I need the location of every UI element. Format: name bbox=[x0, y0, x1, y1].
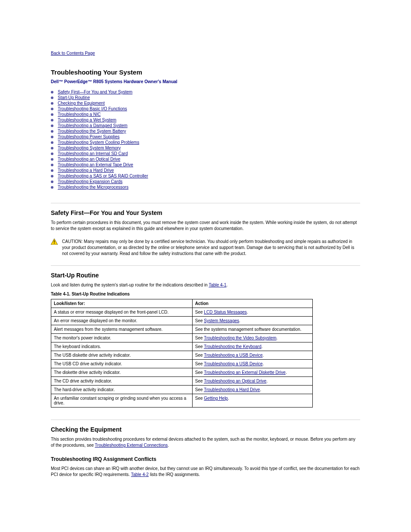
table-action-link[interactable]: Troubleshooting a Hard Drive bbox=[204, 387, 260, 392]
table-cell-look: Alert messages from the systems manageme… bbox=[51, 325, 193, 334]
irq-para: Most PCI devices can share an IRQ with a… bbox=[51, 466, 360, 478]
toc-link[interactable]: Troubleshooting an Internal SD Card bbox=[58, 151, 128, 156]
toc-link[interactable]: Troubleshooting a NIC bbox=[58, 112, 101, 117]
divider bbox=[51, 420, 360, 420]
table-header-action: Action bbox=[192, 299, 312, 308]
irq-para-b: lists the IRQ assignments. bbox=[149, 472, 200, 477]
table-action-link[interactable]: Troubleshooting a USB Device bbox=[204, 353, 262, 358]
table-cell-look: The USB diskette drive activity indicato… bbox=[51, 351, 193, 360]
subsection-irq-title: Troubleshooting IRQ Assignment Conflicts bbox=[51, 456, 360, 462]
toc-item: Troubleshooting an Optical Drive bbox=[51, 156, 360, 162]
startup-para: Look and listen during the system's star… bbox=[51, 282, 360, 288]
table-cell-action: See Troubleshooting an Optical Drive. bbox=[192, 377, 312, 386]
table-cell-action: See System Messages. bbox=[192, 317, 312, 325]
table-action-link[interactable]: Troubleshooting an Optical Drive bbox=[204, 379, 266, 383]
toc-item: Troubleshooting a Damaged System bbox=[51, 123, 360, 128]
divider bbox=[51, 203, 360, 203]
table-action-link[interactable]: Troubleshooting a USB Device bbox=[204, 361, 262, 366]
section-startup-title: Start-Up Routine bbox=[51, 272, 360, 279]
toc-item: Troubleshooting Basic I/O Functions bbox=[51, 106, 360, 112]
toc-link[interactable]: Troubleshooting the Microprocessors bbox=[58, 185, 128, 190]
table-cell-look: The diskette drive activity indicator. bbox=[51, 368, 193, 377]
toc-link[interactable]: Troubleshooting a SAS or SAS RAID Contro… bbox=[58, 174, 148, 178]
back-to-contents: Back to Contents Page bbox=[51, 51, 360, 56]
table-header-look: Look/listen for: bbox=[51, 299, 193, 308]
troubleshooting-external-link[interactable]: Troubleshooting External Connections bbox=[95, 443, 168, 448]
toc-link[interactable]: Troubleshooting Power Supplies bbox=[58, 134, 120, 139]
toc-link[interactable]: Troubleshooting System Memory bbox=[58, 146, 121, 150]
safety-para-1: To perform certain procedures in this do… bbox=[51, 220, 360, 232]
table-4-1-caption-b: Up Routine Indications bbox=[83, 292, 130, 296]
table-of-contents: Safety First—For You and Your SystemStar… bbox=[51, 89, 360, 190]
table-cell-look: The monitor's power indicator. bbox=[51, 334, 193, 342]
section-safety-title: Safety First—For You and Your System bbox=[51, 209, 360, 216]
divider bbox=[51, 265, 360, 266]
toc-link[interactable]: Start-Up Routine bbox=[58, 95, 90, 100]
back-link[interactable]: Back to Contents Page bbox=[51, 51, 95, 56]
caution-icon: ! bbox=[51, 239, 58, 245]
table-cell-look: A status or error message displayed on t… bbox=[51, 308, 193, 317]
startup-para-b: . bbox=[227, 283, 228, 287]
startup-routine-table: Look/listen for: Action A status or erro… bbox=[51, 299, 313, 408]
toc-item: Troubleshooting an Internal SD Card bbox=[51, 151, 360, 156]
toc-link[interactable]: Troubleshooting an Optical Drive bbox=[58, 157, 120, 162]
table-cell-action: See LCD Status Messages. bbox=[192, 308, 312, 317]
svg-text:!: ! bbox=[53, 240, 55, 245]
toc-link[interactable]: Troubleshooting a Hard Drive bbox=[58, 168, 114, 173]
section-checking-title: Checking the Equipment bbox=[51, 426, 360, 433]
table-cell-look: The keyboard indicators. bbox=[51, 342, 193, 351]
table-cell-look: The USB CD drive activity indicator. bbox=[51, 360, 193, 368]
caution-block: ! CAUTION: Many repairs may only be done… bbox=[51, 239, 360, 257]
startup-para-a: Look and listen during the system's star… bbox=[51, 283, 209, 287]
toc-item: Troubleshooting an External Tape Drive bbox=[51, 162, 360, 168]
toc-link[interactable]: Troubleshooting the System Battery bbox=[58, 129, 126, 134]
table-cell-look: An error message displayed on the monito… bbox=[51, 317, 193, 325]
table-cell-action: See Getting Help. bbox=[192, 394, 312, 408]
toc-link[interactable]: Troubleshooting a Wet System bbox=[58, 118, 116, 122]
table-4-1-link[interactable]: Table 4-1 bbox=[209, 283, 226, 287]
table-cell-look: An unfamiliar constant scraping or grind… bbox=[51, 394, 193, 408]
page-title: Troubleshooting Your System bbox=[51, 68, 360, 76]
toc-link[interactable]: Troubleshooting a Damaged System bbox=[58, 123, 128, 128]
toc-item: Troubleshooting the Microprocessors bbox=[51, 184, 360, 190]
caution-text: CAUTION: Many repairs may only be done b… bbox=[62, 239, 360, 257]
table-cell-action: See Troubleshooting the Keyboard. bbox=[192, 342, 312, 351]
table-action-link[interactable]: Getting Help bbox=[204, 396, 228, 401]
toc-item: Checking the Equipment bbox=[51, 100, 360, 106]
manual-subtitle: Dell™ PowerEdge™ R805 Systems Hardware O… bbox=[51, 79, 360, 84]
toc-link[interactable]: Troubleshooting System Cooling Problems bbox=[58, 140, 139, 145]
table-cell-action: See Troubleshooting a USB Device. bbox=[192, 351, 312, 360]
table-action-link[interactable]: Troubleshooting an External Diskette Dri… bbox=[204, 370, 286, 375]
table-4-1-caption: Table 4-1. Start-Up Routine Indications bbox=[51, 292, 360, 296]
toc-link[interactable]: Troubleshooting Expansion Cards bbox=[58, 179, 122, 184]
table-cell-action: See the systems management software docu… bbox=[192, 325, 312, 334]
section-safety-title-dash: — bbox=[84, 209, 90, 216]
irq-para-a: Most PCI devices can share an IRQ with a… bbox=[51, 466, 360, 477]
table-action-link[interactable]: System Messages bbox=[204, 318, 239, 323]
toc-item: Troubleshooting a NIC bbox=[51, 112, 360, 117]
table-action-link[interactable]: Troubleshooting the Video Subsystem bbox=[204, 336, 276, 340]
toc-item: Troubleshooting Power Supplies bbox=[51, 134, 360, 140]
table-cell-look: The CD drive activity indicator. bbox=[51, 377, 193, 386]
toc-link[interactable]: Troubleshooting an External Tape Drive bbox=[58, 162, 133, 167]
checking-para-1-b: . bbox=[168, 443, 169, 448]
toc-item: Troubleshooting the System Battery bbox=[51, 128, 360, 134]
table-cell-action: See Troubleshooting an External Diskette… bbox=[192, 368, 312, 377]
toc-item: Troubleshooting a Hard Drive bbox=[51, 168, 360, 173]
table-4-2-link[interactable]: Table 4-2 bbox=[131, 472, 149, 477]
table-4-1-caption-a: Table 4-1. Start- bbox=[51, 292, 83, 296]
page: Back to Contents Page Troubleshooting Yo… bbox=[0, 0, 411, 494]
toc-item: Troubleshooting System Cooling Problems bbox=[51, 140, 360, 145]
section-safety-title-a: Safety First bbox=[51, 209, 84, 216]
toc-item: Safety First—For You and Your System bbox=[51, 89, 360, 95]
table-action-link[interactable]: Troubleshooting the Keyboard bbox=[204, 344, 262, 349]
table-action-link[interactable]: LCD Status Messages bbox=[204, 310, 247, 314]
section-safety-title-b: For You and Your System bbox=[90, 209, 162, 216]
toc-link[interactable]: Safety First—For You and Your System bbox=[58, 90, 132, 94]
toc-item: Troubleshooting a Wet System bbox=[51, 117, 360, 123]
table-cell-action: See Troubleshooting a Hard Drive. bbox=[192, 386, 312, 394]
toc-item: Troubleshooting Expansion Cards bbox=[51, 179, 360, 184]
toc-link[interactable]: Checking the Equipment bbox=[58, 101, 105, 106]
table-cell-look: The hard-drive activity indicator. bbox=[51, 386, 193, 394]
toc-link[interactable]: Troubleshooting Basic I/O Functions bbox=[58, 106, 127, 111]
